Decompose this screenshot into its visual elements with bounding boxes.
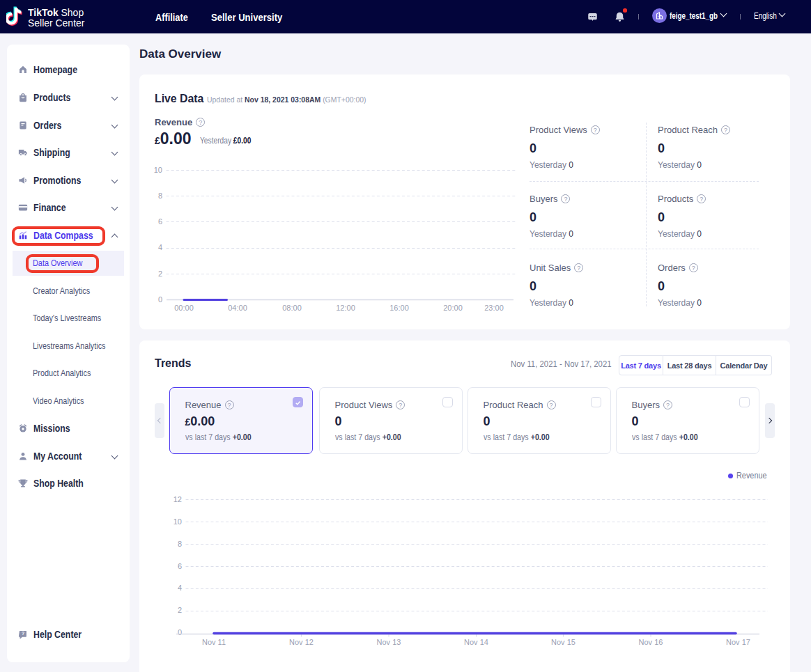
- svg-text:?: ?: [22, 631, 24, 636]
- svg-text:6: 6: [178, 562, 182, 570]
- svg-text:8: 8: [178, 540, 182, 548]
- svg-text:20:00: 20:00: [443, 304, 463, 312]
- svg-text:4: 4: [158, 243, 162, 251]
- svg-text:10: 10: [173, 517, 182, 526]
- svg-text:08:00: 08:00: [282, 304, 302, 312]
- svg-text:23:00: 23:00: [484, 304, 504, 312]
- svg-text:2: 2: [158, 269, 162, 278]
- svg-text:10: 10: [154, 166, 162, 174]
- svg-text:Nov 13: Nov 13: [377, 638, 401, 646]
- svg-text:Nov 12: Nov 12: [289, 638, 314, 646]
- svg-text:Nov 17: Nov 17: [726, 638, 750, 646]
- svg-text:12: 12: [173, 495, 182, 503]
- svg-text:0: 0: [158, 295, 162, 304]
- svg-text:12:00: 12:00: [336, 304, 355, 312]
- svg-text:8: 8: [158, 192, 162, 200]
- svg-text:0: 0: [178, 628, 182, 636]
- svg-text:04:00: 04:00: [228, 304, 247, 312]
- svg-text:2: 2: [178, 606, 182, 614]
- svg-text:6: 6: [158, 217, 162, 226]
- svg-text:4: 4: [178, 584, 182, 592]
- svg-text:16:00: 16:00: [389, 304, 409, 312]
- svg-text:Nov 11: Nov 11: [202, 638, 226, 646]
- svg-text:00:00: 00:00: [174, 304, 194, 312]
- svg-text:Nov 16: Nov 16: [639, 638, 663, 646]
- svg-text:Nov 15: Nov 15: [551, 638, 576, 646]
- svg-text:Nov 14: Nov 14: [464, 638, 488, 646]
